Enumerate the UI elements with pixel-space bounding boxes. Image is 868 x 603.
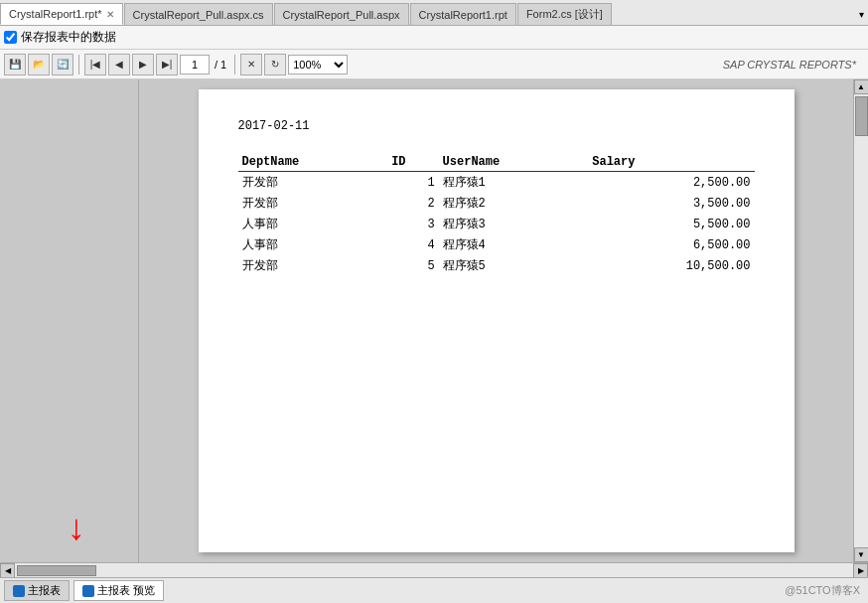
cell-salary: 5,500.00 [588, 214, 754, 234]
stop-button[interactable]: ✕ [240, 54, 262, 75]
cell-username: 程序猿1 [439, 172, 589, 194]
cell-id: 4 [387, 234, 438, 255]
col-header-username: UserName [439, 153, 589, 172]
table-row: 人事部 3 程序猿3 5,500.00 [238, 214, 755, 234]
tab-label: Form2.cs [设计] [526, 7, 603, 22]
bottom-tab-preview-label: 主报表 预览 [97, 583, 155, 598]
scroll-up-button[interactable]: ▲ [854, 79, 869, 94]
table-row: 开发部 5 程序猿5 10,500.00 [238, 255, 755, 276]
zoom-select[interactable]: 100% 50% 75% 125% 150% [288, 55, 348, 75]
report-date: 2017-02-11 [238, 119, 755, 133]
save-button[interactable]: 💾 [4, 54, 26, 75]
save-data-label: 保存报表中的数据 [21, 29, 116, 46]
report-page: 2017-02-11 DeptName ID UserName Salary 开… [199, 89, 795, 552]
cell-username: 程序猿5 [439, 255, 589, 276]
save-data-checkbox[interactable] [4, 31, 17, 44]
main-report-icon [13, 585, 25, 597]
separator-2 [234, 55, 235, 75]
main-wrapper: 2017-02-11 DeptName ID UserName Salary 开… [0, 79, 868, 577]
tab-crystalreport1-rpt-modified[interactable]: CrystalReport1.rpt* ✕ [0, 3, 123, 25]
bottom-bar: 主报表 主报表 预览 @51CTO博客X [0, 577, 868, 603]
tab-crystalreport1-rpt[interactable]: CrystalReport1.rpt [410, 3, 516, 25]
toolbar-area: 保存报表中的数据 [0, 26, 868, 50]
table-row: 人事部 4 程序猿4 6,500.00 [238, 234, 755, 255]
cell-dept: 开发部 [238, 255, 388, 276]
tab-label: CrystalReport1.rpt [419, 9, 507, 21]
content-row: 2017-02-11 DeptName ID UserName Salary 开… [0, 79, 868, 562]
cell-username: 程序猿2 [439, 193, 589, 214]
page-total-label: / 1 [212, 59, 229, 71]
bottom-tab-preview[interactable]: 主报表 预览 [73, 580, 164, 601]
next-page-button[interactable]: ▶ [132, 54, 154, 75]
cell-dept: 开发部 [238, 172, 388, 194]
tab-form2-design[interactable]: Form2.cs [设计] [517, 3, 612, 25]
h-scroll-track[interactable] [15, 563, 853, 577]
cell-salary: 6,500.00 [588, 234, 754, 255]
cell-dept: 人事部 [238, 234, 388, 255]
tab-bar: CrystalReport1.rpt* ✕ CrystalReport_Pull… [0, 0, 868, 26]
scroll-thumb[interactable] [855, 96, 868, 136]
col-header-dept: DeptName [238, 153, 388, 172]
crystal-brand-label: SAP CRYSTAL REPORTS* [723, 59, 864, 71]
cell-username: 程序猿3 [439, 214, 589, 234]
left-sidebar [0, 79, 139, 562]
tab-crystalreport-pull-aspx[interactable]: CrystalReport_Pull.aspx [274, 3, 409, 25]
page-number-input[interactable]: 1 [180, 55, 210, 75]
cell-id: 5 [387, 255, 438, 276]
cell-id: 3 [387, 214, 438, 234]
watermark-label: @51CTO博客X [785, 583, 860, 598]
cell-salary: 10,500.00 [588, 255, 754, 276]
cell-dept: 人事部 [238, 214, 388, 234]
cell-salary: 3,500.00 [588, 193, 754, 214]
cell-dept: 开发部 [238, 193, 388, 214]
cell-id: 1 [387, 172, 438, 194]
horizontal-scrollbar[interactable]: ◀ ▶ [0, 562, 868, 577]
cell-id: 2 [387, 193, 438, 214]
report-area[interactable]: 2017-02-11 DeptName ID UserName Salary 开… [139, 79, 853, 562]
report-table: DeptName ID UserName Salary 开发部 1 程序猿1 2… [238, 153, 755, 276]
open-button[interactable]: 📂 [28, 54, 50, 75]
tab-crystalreport-pull-cs[interactable]: CrystalReport_Pull.aspx.cs [124, 3, 273, 25]
tab-overflow-button[interactable]: ▾ [855, 3, 868, 25]
scroll-left-button[interactable]: ◀ [0, 563, 15, 578]
table-row: 开发部 1 程序猿1 2,500.00 [238, 172, 755, 194]
scroll-right-button[interactable]: ▶ [853, 563, 868, 578]
save-data-row: 保存报表中的数据 [4, 29, 116, 46]
last-page-button[interactable]: ▶| [156, 54, 178, 75]
bottom-tab-main-label: 主报表 [28, 583, 61, 598]
vertical-scrollbar[interactable]: ▲ ▼ [853, 79, 868, 562]
scroll-track[interactable] [854, 94, 868, 547]
separator-1 [78, 55, 79, 75]
preview-icon [82, 585, 94, 597]
first-page-button[interactable]: |◀ [84, 54, 106, 75]
prev-page-button[interactable]: ◀ [108, 54, 130, 75]
reload-button[interactable]: ↻ [264, 54, 286, 75]
tab-close-icon[interactable]: ✕ [106, 9, 114, 20]
cell-username: 程序猿4 [439, 234, 589, 255]
tab-label: CrystalReport_Pull.aspx [283, 9, 400, 21]
scroll-down-button[interactable]: ▼ [854, 547, 869, 562]
table-row: 开发部 2 程序猿2 3,500.00 [238, 193, 755, 214]
cell-salary: 2,500.00 [588, 172, 754, 194]
tab-label: CrystalReport1.rpt* [9, 8, 102, 20]
col-header-salary: Salary [588, 153, 754, 172]
refresh-button[interactable]: 🔄 [52, 54, 73, 75]
nav-toolbar: 💾 📂 🔄 |◀ ◀ ▶ ▶| 1 / 1 ✕ ↻ 100% 50% 75% 1… [0, 50, 868, 79]
bottom-tab-main-report[interactable]: 主报表 [4, 580, 70, 601]
tab-label: CrystalReport_Pull.aspx.cs [133, 9, 264, 21]
col-header-id: ID [387, 153, 438, 172]
h-scroll-thumb[interactable] [17, 565, 96, 576]
